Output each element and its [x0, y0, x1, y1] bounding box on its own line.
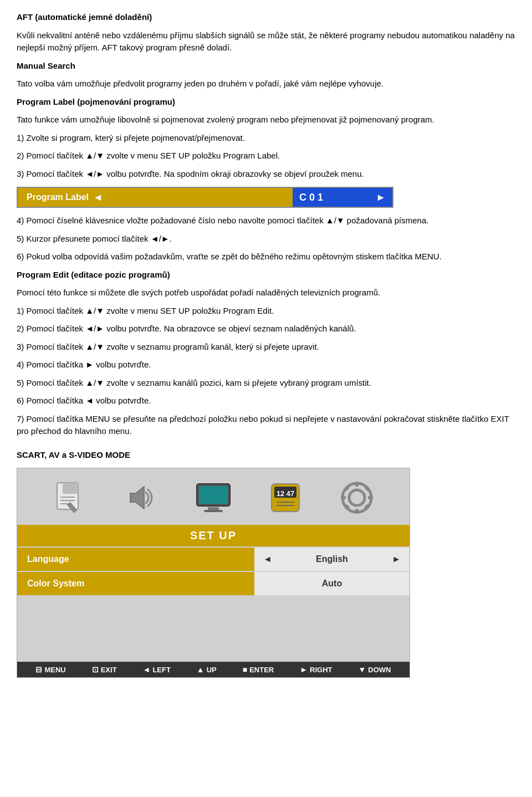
program-edit-section: Program Edit (editace pozic programů) Po… [17, 269, 515, 438]
bottom-nav-bar: ⊟ MENU ⊡ EXIT ◄ LEFT ▲ UP ■ ENTER [17, 662, 410, 677]
icons-row: 12 47 [17, 468, 410, 525]
nav-left-label: LEFT [152, 666, 171, 674]
aft-title: AFT (automatické jemné doladění) [17, 11, 515, 24]
nav-menu-label: MENU [44, 666, 65, 674]
down-icon: ▼ [358, 665, 366, 674]
nav-left: ◄ LEFT [143, 665, 171, 674]
setup-title: SET UP [190, 529, 237, 541]
scart-title: SCART, AV a S-VIDEO MODE [17, 449, 515, 462]
program-edit-p3: 3) Pomocí tlačítek ▲/▼ zvolte v seznamu … [17, 341, 515, 354]
setup-bar: SET UP [17, 525, 410, 546]
monitor-icon [194, 481, 233, 514]
manual-search-body: Tato volba vám umožňuje předvolit progra… [17, 78, 515, 90]
svg-point-17 [349, 490, 365, 505]
language-value-container: ◄ English ► [254, 548, 410, 571]
program-edit-p7: 7) Pomocí tlačítka MENU se přesuňte na p… [17, 413, 515, 438]
svg-rect-20 [341, 496, 346, 499]
program-label-bar: Program Label ◄ C 0 1 ► [17, 187, 393, 208]
color-system-value-container: Auto [254, 572, 410, 595]
pl-label-section: Program Label ◄ [18, 188, 293, 207]
program-label-section: Program Label (pojmenování programu) Tat… [17, 96, 515, 263]
nav-exit: ⊡ EXIT [92, 665, 117, 674]
manual-search-title: Manual Search [17, 60, 515, 73]
program-edit-p6: 6) Pomocí tlačítka ◄ volbu potvrďte. [17, 395, 515, 407]
pl-value-section: C 0 1 ► [293, 188, 392, 207]
up-icon: ▲ [197, 665, 204, 674]
aft-section: AFT (automatické jemné doladění) Kvůli n… [17, 11, 515, 54]
nav-enter-label: ENTER [249, 666, 274, 674]
pl-value-text: C 0 1 [299, 192, 323, 203]
nav-menu: ⊟ MENU [35, 665, 65, 674]
nav-right: ► RIGHT [300, 665, 332, 674]
program-label-p3: 3) Pomocí tlačítek ◄/► volbu potvrďte. N… [17, 168, 515, 181]
svg-rect-9 [208, 507, 219, 510]
language-arrow-right: ► [392, 554, 401, 564]
scart-section: SCART, AV a S-VIDEO MODE [17, 449, 515, 678]
main-content: AFT (automatické jemné doladění) Kvůli n… [17, 11, 515, 678]
clock-icon: 12 47 [269, 481, 302, 514]
aft-body: Kvůli nekvalitní anténě nebo vzdálenému … [17, 29, 515, 54]
program-label-p0: Tato funkce vám umožňuje libovolně si po… [17, 114, 515, 126]
svg-rect-21 [368, 496, 373, 499]
gear-icon-item [332, 478, 382, 517]
speaker-icon-item [116, 478, 166, 517]
right-icon: ► [300, 665, 308, 674]
nav-down-label: DOWN [368, 666, 391, 674]
program-label-p2: 2) Pomocí tlačítek ▲/▼ zvolte v menu SET… [17, 150, 515, 162]
program-edit-p5: 5) Pomocí tlačítek ▲/▼ zvolte v seznamu … [17, 377, 515, 390]
monitor-icon-item [188, 478, 238, 517]
program-edit-p2: 2) Pomocí tlačítek ◄/► volbu potvrďte. N… [17, 323, 515, 335]
language-menu-row: Language ◄ English ► [17, 548, 410, 571]
language-label: Language [17, 554, 254, 564]
svg-rect-19 [355, 509, 359, 514]
pl-arrow-right-icon: ► [376, 192, 386, 203]
svg-rect-8 [199, 486, 228, 504]
pl-label-text: Program Label [27, 192, 89, 202]
program-label-title: Program Label (pojmenování programu) [17, 96, 515, 109]
color-system-label: Color System [17, 579, 254, 589]
tv-screenshot-box: 12 47 [17, 468, 410, 678]
gear-icon [340, 481, 374, 515]
speaker-icon [125, 481, 158, 514]
nav-right-label: RIGHT [310, 666, 332, 674]
nav-enter: ■ ENTER [243, 665, 274, 674]
svg-marker-6 [130, 487, 144, 509]
program-edit-title: Program Edit (editace pozic programů) [17, 269, 515, 282]
program-label-p1: 1) Zvolte si program, který si přejete p… [17, 132, 515, 145]
program-edit-p4: 4) Pomocí tlačítka ► volbu potvrďte. [17, 359, 515, 371]
left-icon: ◄ [143, 665, 151, 674]
program-label-p4: 4) Pomocí číselné klávesnice vložte poža… [17, 214, 515, 227]
language-value: English [316, 554, 348, 564]
nav-exit-label: EXIT [101, 666, 117, 674]
color-system-menu-row: Color System Auto [17, 572, 410, 595]
exit-icon: ⊡ [92, 665, 99, 674]
program-edit-p0: Pomocí této funkce si můžete dle svých p… [17, 287, 515, 299]
nav-down: ▼ DOWN [358, 665, 391, 674]
svg-text:12 47: 12 47 [276, 489, 294, 498]
enter-icon: ■ [243, 665, 247, 674]
program-label-p6: 6) Pokud volba odpovídá vašim požadavkům… [17, 251, 515, 263]
bottom-gray-area [17, 595, 410, 662]
program-edit-p1: 1) Pomocí tlačítek ▲/▼ zvolte v menu SET… [17, 305, 515, 318]
document-icon-item [45, 478, 95, 517]
program-label-p5: 5) Kurzor přesunete pomocí tlačítek ◄/►. [17, 233, 515, 246]
color-system-value: Auto [322, 579, 342, 589]
svg-rect-1 [63, 483, 78, 494]
pl-arrow-left-icon: ◄ [93, 192, 108, 203]
document-icon [53, 481, 87, 515]
nav-up: ▲ UP [197, 665, 217, 674]
menu-icon: ⊟ [35, 665, 42, 674]
language-arrow-left: ◄ [263, 554, 272, 564]
manual-search-section: Manual Search Tato volba vám umožňuje př… [17, 60, 515, 90]
clock-icon-item: 12 47 [260, 478, 310, 517]
svg-rect-18 [355, 482, 359, 487]
nav-up-label: UP [207, 666, 217, 674]
svg-rect-10 [204, 510, 223, 512]
